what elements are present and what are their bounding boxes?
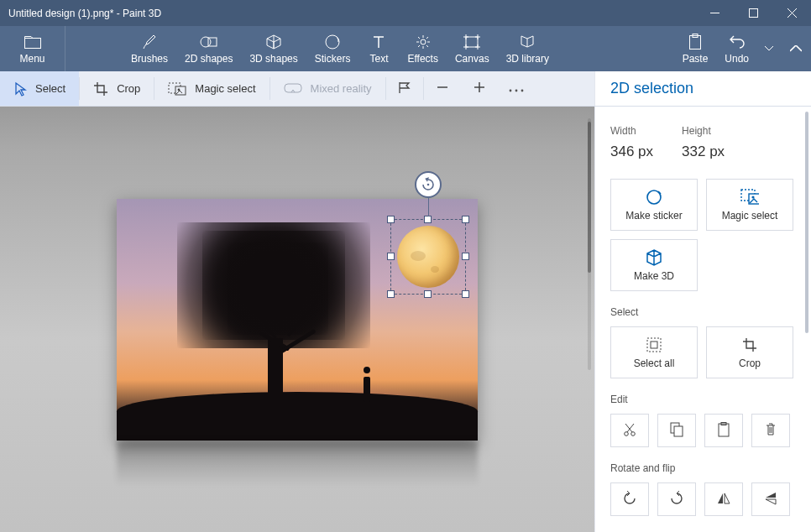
panel-title: 2D selection bbox=[594, 71, 811, 106]
menu-label: Menu bbox=[19, 53, 44, 65]
flip-vertical-button[interactable] bbox=[751, 482, 790, 516]
effects-label: Effects bbox=[407, 53, 437, 65]
resize-handle-w[interactable] bbox=[387, 253, 395, 260]
paste-panel-button[interactable] bbox=[704, 414, 743, 447]
zoom-in-button[interactable] bbox=[461, 71, 498, 106]
make-sticker-button[interactable]: Make sticker bbox=[610, 179, 698, 231]
collapse-ribbon-button[interactable] bbox=[781, 26, 811, 71]
copy-button[interactable] bbox=[657, 414, 696, 447]
toolbar: Select Crop Magic select Mixed reality 2… bbox=[0, 71, 811, 107]
undo-button[interactable]: Undo bbox=[716, 26, 757, 71]
rotate-right-button[interactable] bbox=[657, 482, 696, 516]
panel-crop-button[interactable]: Crop bbox=[706, 326, 793, 378]
canvas-scrollbar-thumb[interactable] bbox=[588, 122, 591, 273]
cut-button[interactable] bbox=[610, 414, 649, 447]
flip-horizontal-button[interactable] bbox=[704, 482, 743, 516]
canvas-shadow bbox=[117, 441, 478, 486]
crop-tool[interactable]: Crop bbox=[80, 71, 154, 106]
delete-button[interactable] bbox=[751, 414, 790, 447]
paste-panel-icon bbox=[717, 422, 730, 440]
shapes2d-tab[interactable]: 2D shapes bbox=[176, 26, 241, 71]
plus-icon bbox=[474, 81, 485, 96]
svg-point-5 bbox=[201, 37, 211, 47]
text-tab[interactable]: Text bbox=[358, 26, 399, 71]
rotate-left-button[interactable] bbox=[610, 482, 649, 516]
svg-rect-23 bbox=[285, 84, 301, 92]
title-bar: Untitled design (1).png* - Paint 3D bbox=[0, 0, 811, 26]
height-label: Height bbox=[682, 125, 725, 137]
resize-handle-sw[interactable] bbox=[387, 290, 395, 298]
mixed-reality-tool: Mixed reality bbox=[270, 71, 385, 106]
text-icon bbox=[372, 34, 385, 50]
resize-handle-e[interactable] bbox=[462, 253, 469, 260]
svg-point-38 bbox=[631, 431, 636, 436]
more-button[interactable] bbox=[498, 71, 535, 106]
select-all-label: Select all bbox=[634, 357, 675, 369]
select-tool[interactable]: Select bbox=[0, 71, 79, 106]
panel-scrollbar[interactable] bbox=[805, 112, 808, 333]
rotate-icon bbox=[421, 177, 436, 192]
undo-icon bbox=[729, 34, 746, 50]
height-value[interactable]: 332 px bbox=[682, 143, 725, 160]
svg-point-30 bbox=[427, 183, 430, 185]
svg-point-28 bbox=[515, 90, 517, 92]
canvas-label: Canvas bbox=[455, 53, 489, 65]
ribbon: Menu Brushes 2D shapes 3D shapes Sticker… bbox=[0, 26, 811, 71]
magic-select-tool[interactable]: Magic select bbox=[154, 71, 269, 106]
selection-marquee[interactable] bbox=[390, 219, 466, 295]
image-person bbox=[360, 367, 374, 402]
select-label: Select bbox=[35, 82, 65, 95]
brush-icon bbox=[142, 34, 157, 50]
panel-crop-label: Crop bbox=[739, 357, 761, 369]
resize-handle-n[interactable] bbox=[424, 216, 432, 223]
stickers-label: Stickers bbox=[315, 53, 351, 65]
3dlibrary-label: 3D library bbox=[506, 53, 549, 65]
rotate-handle[interactable] bbox=[415, 171, 442, 198]
make-sticker-label: Make sticker bbox=[625, 210, 682, 222]
width-value[interactable]: 346 px bbox=[610, 143, 653, 160]
make-3d-button[interactable]: Make 3D bbox=[610, 239, 698, 291]
flip-h-icon bbox=[716, 492, 731, 508]
delete-icon bbox=[765, 422, 777, 440]
effects-tab[interactable]: Effects bbox=[399, 26, 446, 71]
canvas-image[interactable] bbox=[117, 199, 478, 441]
svg-rect-36 bbox=[651, 342, 657, 348]
library-icon bbox=[518, 34, 536, 50]
3dlibrary-tab[interactable]: 3D library bbox=[498, 26, 557, 71]
select-all-button[interactable]: Select all bbox=[610, 326, 698, 378]
canvas-tab[interactable]: Canvas bbox=[447, 26, 498, 71]
minimize-button[interactable] bbox=[695, 0, 734, 26]
svg-rect-17 bbox=[466, 37, 478, 47]
brushes-tab[interactable]: Brushes bbox=[123, 26, 176, 71]
close-button[interactable] bbox=[772, 0, 811, 26]
svg-point-8 bbox=[421, 39, 426, 44]
shapes3d-label: 3D shapes bbox=[249, 53, 297, 65]
mixed-reality-label: Mixed reality bbox=[311, 82, 372, 95]
rotate-right-icon bbox=[669, 491, 684, 509]
shapes3d-tab[interactable]: 3D shapes bbox=[241, 26, 306, 71]
svg-point-27 bbox=[509, 90, 511, 92]
panel-magic-select-label: Magic select bbox=[722, 210, 778, 222]
window-title: Untitled design (1).png* - Paint 3D bbox=[8, 8, 695, 19]
3dview-tool[interactable] bbox=[386, 71, 423, 106]
canvas-viewport[interactable] bbox=[0, 107, 594, 532]
panel-magic-select-button[interactable]: Magic select bbox=[706, 179, 793, 231]
resize-handle-nw[interactable] bbox=[387, 216, 395, 223]
zoom-out-button[interactable] bbox=[424, 71, 461, 106]
resize-handle-se[interactable] bbox=[462, 290, 469, 298]
selection-group[interactable] bbox=[387, 216, 469, 298]
svg-rect-4 bbox=[24, 38, 40, 48]
menu-button[interactable]: Menu bbox=[0, 26, 65, 71]
shapes2d-label: 2D shapes bbox=[185, 53, 233, 65]
crop-label: Crop bbox=[117, 82, 140, 95]
resize-handle-s[interactable] bbox=[424, 290, 432, 298]
ellipsis-icon bbox=[509, 82, 524, 95]
history-dropdown[interactable] bbox=[757, 26, 781, 71]
maximize-button[interactable] bbox=[734, 0, 772, 26]
sticker-icon bbox=[645, 188, 663, 206]
stickers-tab[interactable]: Stickers bbox=[306, 26, 359, 71]
resize-handle-ne[interactable] bbox=[462, 216, 469, 223]
paste-button[interactable]: Paste bbox=[674, 26, 717, 71]
paste-icon bbox=[688, 34, 703, 50]
crop-icon bbox=[93, 81, 108, 96]
